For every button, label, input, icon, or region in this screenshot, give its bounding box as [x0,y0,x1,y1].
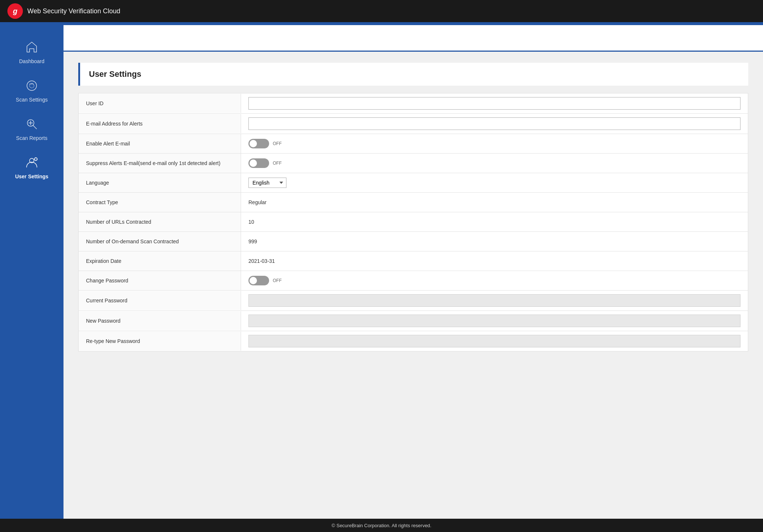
retype-password-row: Re-type New Password [79,331,748,351]
page-title-section: User Settings [78,63,748,86]
sidebar-item-scan-settings[interactable]: URL Scan Settings [0,71,63,109]
num-urls-label: Number of URLs Contracted [79,212,241,231]
app-title: Web Security Verification Cloud [27,7,120,15]
new-password-value-cell [241,311,748,331]
change-password-label: Change Password [79,271,241,290]
enable-alert-toggle-container: OFF [248,139,282,148]
home-icon [24,39,40,55]
scan-settings-label: Scan Settings [16,97,48,103]
suppress-toggle[interactable] [248,158,269,168]
sidebar-item-dashboard[interactable]: Dashboard [0,32,63,71]
contract-type-label: Contract Type [79,193,241,212]
email-input[interactable] [248,117,740,130]
language-row: Language English Japanese [79,173,748,193]
retype-password-input[interactable] [248,335,740,347]
footer-text: © SecureBrain Corporation. All rights re… [331,523,431,528]
logo: Web Security Verification Cloud [7,3,120,19]
scan-reports-icon [24,116,40,132]
user-id-row: User ID [79,93,748,114]
new-password-label: New Password [79,311,241,330]
sidebar-item-user-settings[interactable]: User Settings [0,148,63,186]
num-ondemand-label: Number of On-demand Scan Contracted [79,232,241,251]
enable-alert-label: Enable Alert E-mail [79,134,241,153]
suppress-row: Suppress Alerts E-mail(send e-mail only … [79,154,748,173]
logo-icon [7,3,23,19]
change-password-toggle-container: OFF [248,276,282,285]
language-value-cell: English Japanese [241,173,748,192]
num-ondemand-value: 999 [241,232,748,251]
contract-type-value: Regular [241,193,748,212]
change-password-toggle[interactable] [248,276,269,285]
retype-password-value-cell [241,331,748,351]
current-password-input[interactable] [248,294,740,307]
app-header: Web Security Verification Cloud [0,0,763,22]
retype-password-label: Re-type New Password [79,332,241,351]
num-urls-value: 10 [241,212,748,231]
svg-point-0 [27,81,37,90]
url-scan-icon: URL [24,78,40,94]
user-id-value-cell [241,93,748,113]
suppress-label: Suppress Alerts E-mail(send e-mail only … [79,154,241,173]
language-select[interactable]: English Japanese [248,178,286,188]
dashboard-label: Dashboard [19,58,45,64]
enable-alert-toggle[interactable] [248,139,269,148]
content-area: User Settings User ID E-mail Address for… [63,25,763,519]
page-title: User Settings [89,69,739,79]
change-password-row: Change Password OFF [79,271,748,291]
main-layout: Dashboard URL Scan Settings [0,25,763,519]
content-top-bar [63,25,763,52]
enable-alert-value-cell: OFF [241,134,748,153]
scan-reports-label: Scan Reports [16,135,48,141]
contract-type-row: Contract Type Regular [79,193,748,212]
expiration-label: Expiration Date [79,251,241,271]
sidebar: Dashboard URL Scan Settings [0,25,63,519]
current-password-value-cell [241,291,748,310]
suppress-toggle-text: OFF [273,161,282,166]
email-label: E-mail Address for Alerts [79,114,241,133]
user-id-input[interactable] [248,97,740,110]
user-id-label: User ID [79,94,241,113]
expiration-row: Expiration Date 2021-03-31 [79,251,748,271]
current-password-row: Current Password [79,291,748,311]
blue-accent-bar [0,22,763,25]
change-password-value-cell: OFF [241,271,748,290]
new-password-input[interactable] [248,315,740,327]
settings-table: User ID E-mail Address for Alerts Enable… [78,93,748,351]
svg-line-4 [33,126,37,129]
user-settings-icon [24,154,40,171]
current-password-label: Current Password [79,291,241,310]
num-urls-row: Number of URLs Contracted 10 [79,212,748,232]
enable-alert-toggle-text: OFF [273,141,282,146]
suppress-value-cell: OFF [241,154,748,173]
page-content: User Settings User ID E-mail Address for… [63,52,763,519]
num-ondemand-row: Number of On-demand Scan Contracted 999 [79,232,748,251]
sidebar-item-scan-reports[interactable]: Scan Reports [0,109,63,148]
expiration-value: 2021-03-31 [241,251,748,271]
new-password-row: New Password [79,311,748,331]
footer: © SecureBrain Corporation. All rights re… [0,519,763,532]
user-settings-label: User Settings [15,174,48,179]
language-label: Language [79,173,241,192]
suppress-toggle-container: OFF [248,158,282,168]
change-password-toggle-text: OFF [273,278,282,283]
enable-alert-row: Enable Alert E-mail OFF [79,134,748,154]
email-row: E-mail Address for Alerts [79,114,748,134]
email-value-cell [241,114,748,134]
